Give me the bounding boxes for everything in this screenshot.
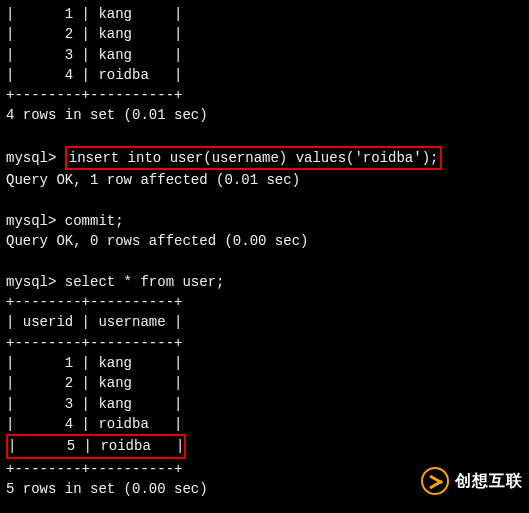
table-row: | 1 | kang | bbox=[6, 4, 523, 24]
command-line: mysql> commit; bbox=[6, 211, 523, 231]
select-stmt: select * from user; bbox=[65, 274, 225, 290]
prompt: mysql> bbox=[6, 213, 65, 229]
table-row: | 4 | roidba | bbox=[6, 414, 523, 434]
table-row: | 1 | kang | bbox=[6, 353, 523, 373]
prompt: mysql> bbox=[6, 148, 65, 168]
prompt: mysql> bbox=[6, 274, 65, 290]
table-border: +--------+----------+ bbox=[6, 85, 523, 105]
query-result: Query OK, 0 rows affected (0.00 sec) bbox=[6, 231, 523, 251]
highlighted-table-row: | 5 | roidba | bbox=[6, 434, 186, 458]
query-result: Query OK, 1 row affected (0.01 sec) bbox=[6, 170, 523, 190]
table-border: +--------+----------+ bbox=[6, 292, 523, 312]
table-row: | 2 | kang | bbox=[6, 24, 523, 44]
table-row: | 3 | kang | bbox=[6, 45, 523, 65]
result-summary: 4 rows in set (0.01 sec) bbox=[6, 105, 523, 125]
table-border: +--------+----------+ bbox=[6, 333, 523, 353]
watermark: 创想互联 bbox=[421, 467, 523, 495]
table-row: | 3 | kang | bbox=[6, 394, 523, 414]
command-line: mysql> insert into user(username) values… bbox=[6, 146, 523, 170]
commit-stmt: commit; bbox=[65, 213, 124, 229]
watermark-logo-icon bbox=[421, 467, 449, 495]
table-header: | userid | username | bbox=[6, 312, 523, 332]
table-row: | 2 | kang | bbox=[6, 373, 523, 393]
terminal-output: | 1 | kang | | 2 | kang | | 3 | kang | |… bbox=[6, 4, 523, 513]
watermark-text: 创想互联 bbox=[455, 469, 523, 492]
command-line: mysql> select * from user; bbox=[6, 272, 523, 292]
highlighted-insert-stmt: insert into user(username) values('roidb… bbox=[65, 146, 443, 170]
table-row: | 4 | roidba | bbox=[6, 65, 523, 85]
